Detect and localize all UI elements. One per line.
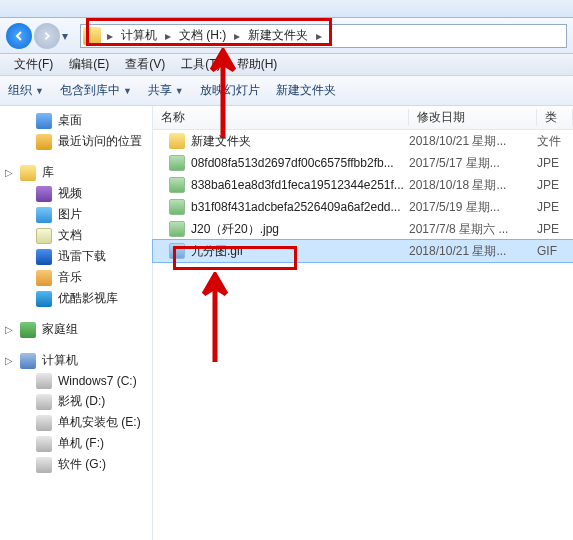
file-name: 九分图.gif bbox=[191, 243, 409, 260]
file-name: 新建文件夹 bbox=[191, 133, 409, 150]
drive-icon bbox=[36, 457, 52, 473]
sidebar-item-youku[interactable]: 优酷影视库 bbox=[0, 288, 152, 309]
menu-tools[interactable]: 工具(T) bbox=[173, 56, 228, 73]
menu-help[interactable]: 帮助(H) bbox=[229, 56, 286, 73]
sidebar-item-label: 最近访问的位置 bbox=[58, 133, 142, 150]
img-icon bbox=[169, 199, 185, 215]
title-bar bbox=[0, 0, 573, 18]
chevron-right-icon[interactable]: ▸ bbox=[163, 29, 173, 43]
file-name: 08fd08fa513d2697df00c6575ffbb2fb... bbox=[191, 156, 409, 170]
toolbar-share-label: 共享 bbox=[148, 82, 172, 99]
gif-icon bbox=[169, 243, 185, 259]
sidebar-item-libraries[interactable]: ▷库 bbox=[0, 162, 152, 183]
sidebar-item-documents[interactable]: 文档 bbox=[0, 225, 152, 246]
file-pane: 名称 修改日期 类 新建文件夹2018/10/21 星期...文件08fd08f… bbox=[153, 106, 573, 540]
drive-icon bbox=[36, 415, 52, 431]
nav-back-button[interactable] bbox=[6, 23, 32, 49]
nav-history-dropdown[interactable]: ▾ bbox=[62, 29, 76, 43]
file-type: JPE bbox=[537, 200, 573, 214]
sidebar-item-drive-e[interactable]: 单机安装包 (E:) bbox=[0, 412, 152, 433]
chevron-right-icon[interactable]: ▸ bbox=[232, 29, 242, 43]
youku-icon bbox=[36, 291, 52, 307]
menu-file[interactable]: 文件(F) bbox=[6, 56, 61, 73]
sidebar-item-recent[interactable]: 最近访问的位置 bbox=[0, 131, 152, 152]
menu-edit[interactable]: 编辑(E) bbox=[61, 56, 117, 73]
file-date: 2017/5/19 星期... bbox=[409, 199, 537, 216]
chevron-down-icon: ▼ bbox=[175, 86, 184, 96]
file-date: 2017/5/17 星期... bbox=[409, 155, 537, 172]
img-icon bbox=[169, 221, 185, 237]
file-date: 2018/10/18 星期... bbox=[409, 177, 537, 194]
sidebar-item-drive-d[interactable]: 影视 (D:) bbox=[0, 391, 152, 412]
expand-icon[interactable]: ▷ bbox=[4, 355, 14, 366]
sidebar-item-label: 单机安装包 (E:) bbox=[58, 414, 141, 431]
file-name: 838ba61ea8d3fd1feca19512344e251f... bbox=[191, 178, 409, 192]
column-name[interactable]: 名称 bbox=[153, 109, 409, 126]
arrow-right-icon bbox=[41, 30, 53, 42]
expand-icon[interactable]: ▷ bbox=[4, 167, 14, 178]
drive-icon bbox=[36, 373, 52, 389]
sidebar-item-video[interactable]: 视频 bbox=[0, 183, 152, 204]
sidebar-item-homegroup[interactable]: ▷家庭组 bbox=[0, 319, 152, 340]
file-type: JPE bbox=[537, 222, 573, 236]
address-bar[interactable]: ▸ 计算机 ▸ 文档 (H:) ▸ 新建文件夹 ▸ bbox=[80, 24, 567, 48]
breadcrumb-computer[interactable]: 计算机 bbox=[115, 27, 163, 44]
sidebar-item-desktop[interactable]: 桌面 bbox=[0, 110, 152, 131]
sidebar-item-label: Windows7 (C:) bbox=[58, 374, 137, 388]
menu-bar: 文件(F) 编辑(E) 查看(V) 工具(T) 帮助(H) bbox=[0, 54, 573, 76]
chevron-down-icon: ▼ bbox=[35, 86, 44, 96]
sidebar-item-drive-f[interactable]: 单机 (F:) bbox=[0, 433, 152, 454]
document-icon bbox=[36, 228, 52, 244]
file-date: 2018/10/21 星期... bbox=[409, 243, 537, 260]
img-icon bbox=[169, 177, 185, 193]
toolbar-organize[interactable]: 组织▼ bbox=[8, 82, 44, 99]
sidebar-item-drive-g[interactable]: 软件 (G:) bbox=[0, 454, 152, 475]
music-icon bbox=[36, 270, 52, 286]
sidebar-item-music[interactable]: 音乐 bbox=[0, 267, 152, 288]
sidebar-item-label: 库 bbox=[42, 164, 54, 181]
homegroup-icon bbox=[20, 322, 36, 338]
file-row[interactable]: b31f08f431adcbefa2526409a6af2edd...2017/… bbox=[153, 196, 573, 218]
img-icon bbox=[169, 155, 185, 171]
column-date[interactable]: 修改日期 bbox=[409, 109, 537, 126]
toolbar-newfolder[interactable]: 新建文件夹 bbox=[276, 82, 336, 99]
desktop-icon bbox=[36, 113, 52, 129]
sidebar-item-label: 家庭组 bbox=[42, 321, 78, 338]
folder-icon bbox=[83, 27, 101, 45]
file-row[interactable]: 九分图.gif2018/10/21 星期...GIF bbox=[153, 240, 573, 262]
folder-icon bbox=[169, 133, 185, 149]
toolbar: 组织▼ 包含到库中▼ 共享▼ 放映幻灯片 新建文件夹 bbox=[0, 76, 573, 106]
expand-icon[interactable]: ▷ bbox=[4, 324, 14, 335]
sidebar-item-label: 迅雷下载 bbox=[58, 248, 106, 265]
sidebar-item-drive-c[interactable]: Windows7 (C:) bbox=[0, 371, 152, 391]
sidebar-item-label: 单机 (F:) bbox=[58, 435, 104, 452]
menu-view[interactable]: 查看(V) bbox=[117, 56, 173, 73]
column-type[interactable]: 类 bbox=[537, 109, 573, 126]
video-icon bbox=[36, 186, 52, 202]
sidebar-item-thunder[interactable]: 迅雷下载 bbox=[0, 246, 152, 267]
sidebar-item-label: 影视 (D:) bbox=[58, 393, 105, 410]
sidebar-item-label: 软件 (G:) bbox=[58, 456, 106, 473]
sidebar-item-pictures[interactable]: 图片 bbox=[0, 204, 152, 225]
sidebar-item-label: 桌面 bbox=[58, 112, 82, 129]
picture-icon bbox=[36, 207, 52, 223]
file-name: b31f08f431adcbefa2526409a6af2edd... bbox=[191, 200, 409, 214]
toolbar-slideshow[interactable]: 放映幻灯片 bbox=[200, 82, 260, 99]
file-row[interactable]: 08fd08fa513d2697df00c6575ffbb2fb...2017/… bbox=[153, 152, 573, 174]
file-row[interactable]: 新建文件夹2018/10/21 星期...文件 bbox=[153, 130, 573, 152]
chevron-right-icon[interactable]: ▸ bbox=[314, 29, 324, 43]
breadcrumb-drive[interactable]: 文档 (H:) bbox=[173, 27, 232, 44]
thunder-icon bbox=[36, 249, 52, 265]
sidebar-item-computer[interactable]: ▷计算机 bbox=[0, 350, 152, 371]
sidebar-item-label: 音乐 bbox=[58, 269, 82, 286]
toolbar-include[interactable]: 包含到库中▼ bbox=[60, 82, 132, 99]
sidebar-item-label: 计算机 bbox=[42, 352, 78, 369]
file-row[interactable]: J20（歼20）.jpg2017/7/8 星期六 ...JPE bbox=[153, 218, 573, 240]
toolbar-include-label: 包含到库中 bbox=[60, 82, 120, 99]
file-row[interactable]: 838ba61ea8d3fd1feca19512344e251f...2018/… bbox=[153, 174, 573, 196]
computer-icon bbox=[20, 353, 36, 369]
nav-forward-button[interactable] bbox=[34, 23, 60, 49]
breadcrumb-folder[interactable]: 新建文件夹 bbox=[242, 27, 314, 44]
toolbar-share[interactable]: 共享▼ bbox=[148, 82, 184, 99]
chevron-right-icon[interactable]: ▸ bbox=[105, 29, 115, 43]
